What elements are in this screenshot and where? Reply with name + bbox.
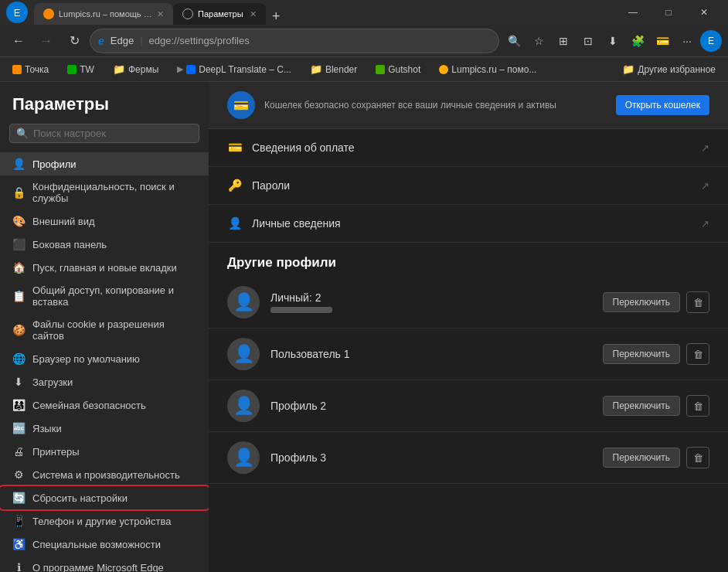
family-icon: 👨‍👩‍👧	[12, 399, 25, 411]
profile-actions-user1: Переключить 🗑	[603, 343, 709, 365]
split-icon[interactable]: ⊡	[577, 29, 600, 53]
tab-close-settings[interactable]: ✕	[250, 9, 257, 19]
open-wallet-button[interactable]: Открыть кошелек	[616, 95, 709, 115]
passwords-row[interactable]: 🔑 Пароли ↗	[209, 167, 728, 205]
tab-close-lumpics[interactable]: ✕	[157, 9, 164, 19]
payment-icon: 💳	[227, 140, 243, 155]
maximize-button[interactable]: □	[651, 0, 686, 25]
bookmark-other[interactable]: 📁 Другие избранное	[616, 62, 722, 77]
sidebar-item-appearance[interactable]: 🎨 Внешний вид	[0, 209, 209, 233]
sidebar-item-profiles[interactable]: 👤 Профили	[0, 152, 209, 175]
profile-row-user1: 👤 Пользователь 1 Переключить 🗑	[209, 329, 728, 380]
default-browser-icon: 🌐	[12, 352, 25, 365]
address-text: edge://settings/profiles	[149, 35, 250, 46]
sidebar-item-languages[interactable]: 🔤 Языки	[0, 417, 209, 440]
minimize-button[interactable]: —	[615, 0, 651, 25]
external-link-icon-personal: ↗	[701, 218, 709, 230]
tab-settings[interactable]: Параметры ✕	[173, 3, 266, 25]
bookmark-fermy[interactable]: 📁 Фермы	[107, 62, 165, 77]
switch-button-personal2[interactable]: Переключить	[603, 292, 680, 312]
sidebar-item-downloads[interactable]: ⬇ Загрузки	[0, 370, 209, 393]
profile-name-text-personal2: Личный: 2	[270, 291, 592, 304]
payment-row[interactable]: 💳 Сведения об оплате ↗	[209, 129, 728, 167]
other-profiles-title: Другие профили	[209, 243, 728, 277]
sidebar-item-phone[interactable]: 📱 Телефон и другие устройства	[0, 509, 209, 533]
bookmark-label-tw: TW	[80, 64, 94, 75]
refresh-button[interactable]: ↻	[62, 29, 87, 53]
sidebar-panel-icon: ⬛	[12, 238, 25, 250]
delete-button-profile3[interactable]: 🗑	[686, 447, 709, 468]
sidebar-item-default[interactable]: 🌐 Браузер по умолчанию	[0, 347, 209, 370]
nav-toolbar: 🔍 ☆ ⊞ ⊡ ⬇ 🧩 💳 ··· E	[502, 29, 722, 53]
sidebar-item-sharing[interactable]: 📋 Общий доступ, копирование и вставка	[0, 279, 209, 313]
switch-button-profile2[interactable]: Переключить	[603, 396, 680, 416]
navbar: ← → ↻ e Edge | edge://settings/profiles …	[0, 25, 728, 57]
search-icon-btn[interactable]: 🔍	[502, 29, 526, 53]
search-box[interactable]: 🔍	[9, 124, 199, 143]
address-bar[interactable]: e Edge | edge://settings/profiles	[90, 29, 499, 53]
reset-icon: 🔄	[12, 492, 25, 504]
profile-name-profile2: Профиль 2	[270, 400, 592, 412]
profile-row-personal2: 👤 Личный: 2 Переключить 🗑	[209, 277, 728, 329]
new-tab-button[interactable]: +	[266, 9, 287, 25]
bookmark-label-fermy: Фермы	[128, 64, 158, 75]
switch-button-user1[interactable]: Переключить	[603, 344, 680, 364]
profile-name-text-profile3: Профиль 3	[270, 451, 592, 464]
profile-actions-profile2: Переключить 🗑	[603, 395, 709, 417]
profile-row-profile3: 👤 Профиль 3 Переключить 🗑	[209, 432, 728, 484]
sidebar-item-privacy[interactable]: 🔒 Конфиденциальность, поиск и службы	[0, 175, 209, 209]
profile-name-personal2: Личный: 2	[270, 291, 592, 313]
sidebar-item-system[interactable]: ⚙ Система и производительность	[0, 463, 209, 486]
collections-icon[interactable]: ⊞	[552, 29, 575, 53]
tab-list: Lumpics.ru – помощь с компью... ✕ Параме…	[34, 0, 606, 25]
sidebar-item-family[interactable]: 👨‍👩‍👧 Семейная безопасность	[0, 393, 209, 417]
sidebar-item-cookies[interactable]: 🍪 Файлы cookie и разрешения сайтов	[0, 313, 209, 347]
edge-logo-icon: e	[98, 35, 104, 47]
delete-button-personal2[interactable]: 🗑	[686, 291, 709, 313]
user-profile-icon[interactable]: E	[700, 30, 722, 52]
back-button[interactable]: ←	[6, 29, 31, 53]
bookmark-arrow-deepl: ▶	[177, 64, 183, 74]
sidebar-item-start[interactable]: 🏠 Пуск, главная и новые вкладки	[0, 256, 209, 279]
download-icon[interactable]: ⬇	[601, 29, 624, 53]
sharing-icon: 📋	[12, 290, 25, 302]
more-icon[interactable]: ···	[675, 29, 699, 53]
extensions-icon[interactable]: 🧩	[626, 29, 649, 53]
search-icon: 🔍	[16, 128, 29, 139]
delete-button-profile2[interactable]: 🗑	[686, 395, 709, 417]
search-input[interactable]	[33, 128, 192, 139]
bookmark-favicon-deepl	[186, 65, 196, 74]
bookmarks-bar: Точка TW 📁 Фермы ▶ DeepL Translate – С..…	[0, 57, 728, 82]
delete-button-user1[interactable]: 🗑	[686, 343, 709, 365]
sidebar: Параметры 🔍 👤 Профили 🔒 Конфиденциальнос…	[0, 82, 209, 572]
sidebar-item-about[interactable]: ℹ О программе Microsoft Edge	[0, 556, 209, 572]
switch-button-profile3[interactable]: Переключить	[603, 448, 680, 468]
window-controls: — □ ✕	[615, 0, 722, 25]
tab-lumpics[interactable]: Lumpics.ru – помощь с компью... ✕	[34, 3, 173, 25]
wallet-icon-btn[interactable]: 💳	[651, 29, 674, 53]
profile-name-user1: Пользователь 1	[270, 348, 592, 360]
close-button[interactable]: ✕	[686, 0, 722, 25]
sidebar-item-sidebar[interactable]: ⬛ Боковая панель	[0, 233, 209, 256]
accessibility-icon: ♿	[12, 538, 25, 550]
bookmark-tw[interactable]: TW	[61, 63, 100, 77]
personal-row[interactable]: 👤 Личные сведения ↗	[209, 205, 728, 243]
forward-button[interactable]: →	[34, 29, 59, 53]
bookmark-folder-icon-fermy: 📁	[113, 63, 125, 75]
sidebar-item-printers[interactable]: 🖨 Принтеры	[0, 440, 209, 463]
about-icon: ℹ	[12, 561, 25, 572]
bookmark-deepl[interactable]: ▶ DeepL Translate – С...	[171, 63, 298, 77]
profile-avatar-user1: 👤	[227, 338, 260, 370]
profile-name-profile3: Профиль 3	[270, 451, 592, 464]
tab-label-lumpics: Lumpics.ru – помощь с компью...	[59, 9, 152, 19]
bookmark-lumpics[interactable]: Lumpics.ru – помо...	[433, 63, 543, 77]
bookmark-gutshot[interactable]: Gutshot	[369, 63, 427, 77]
favorites-icon[interactable]: ☆	[527, 29, 550, 53]
sidebar-item-reset[interactable]: 🔄 Сбросить настройки	[0, 486, 209, 509]
bookmark-favicon-tochka	[12, 65, 22, 74]
profile-badge[interactable]: E	[6, 2, 28, 23]
sidebar-item-accessibility[interactable]: ♿ Специальные возможности	[0, 533, 209, 556]
bookmark-blender[interactable]: 📁 Blender	[304, 62, 363, 77]
bookmark-label-tochka: Точка	[25, 64, 49, 75]
bookmark-tochka[interactable]: Точка	[6, 63, 55, 77]
